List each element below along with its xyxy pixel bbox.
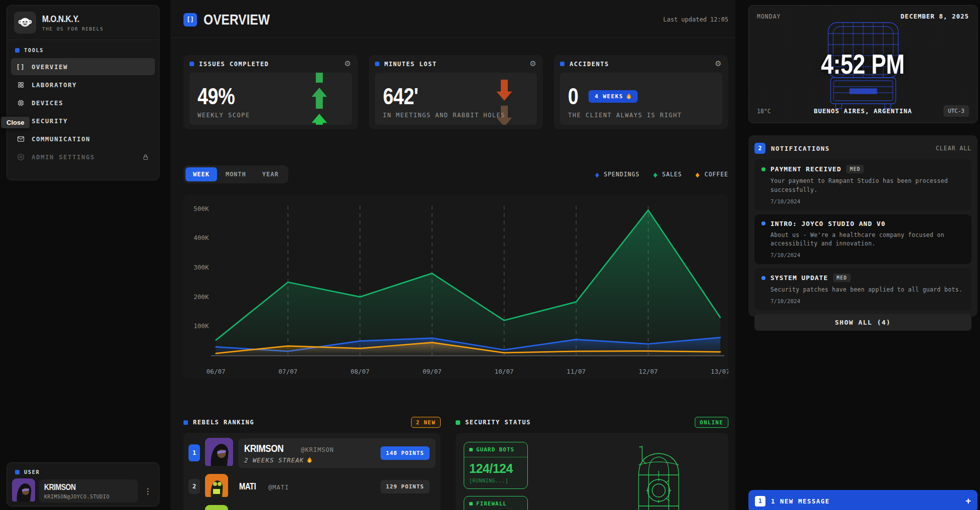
close-tooltip: Close bbox=[1, 117, 30, 128]
diamond-icon: ◆ bbox=[653, 171, 657, 178]
sidebar-item-label: COMMUNICATION bbox=[32, 135, 90, 143]
user-panel: USER KRIMSON KRIMSON@JOYCO.STUDIO ⋮ bbox=[7, 462, 159, 506]
kebab-menu-icon[interactable]: ⋮ bbox=[142, 486, 154, 496]
fire-icon bbox=[307, 457, 312, 463]
clock-date: DECEMBER 8, 2025 bbox=[901, 13, 969, 20]
rank-name: KRIMSON bbox=[244, 442, 283, 454]
ranking-title: REBELS RANKING bbox=[193, 419, 254, 426]
rank-number: 2 bbox=[188, 479, 200, 494]
priority-badge: MED bbox=[833, 274, 851, 282]
notification-desc: Your payment to Rampant Studio has been … bbox=[770, 177, 964, 195]
stat-card-minutes: MINUTES LOST ⚙ 642' IN MEETINGS AND RABB… bbox=[369, 55, 543, 129]
logo-text: M.O.N.K.Y. THE OS FOR REBELS bbox=[42, 14, 104, 32]
svg-text:100K: 100K bbox=[193, 322, 209, 330]
sidebar-item-communication[interactable]: COMMUNICATION bbox=[11, 130, 155, 147]
svg-text:09/07: 09/07 bbox=[423, 367, 442, 375]
rank-row-3[interactable]: 3 BEK 108 POINTS bbox=[188, 505, 436, 510]
diamond-icon: ◆ bbox=[595, 171, 599, 178]
tab-month[interactable]: MONTH bbox=[218, 167, 254, 181]
points-badge: 148 POINTS bbox=[380, 446, 430, 460]
guard-bots-label: GUARD BOTS bbox=[476, 446, 514, 453]
legend-spendings: ◆ SPENDINGS bbox=[595, 171, 640, 178]
user-section-label: USER bbox=[12, 467, 154, 475]
tab-week[interactable]: WEEK bbox=[185, 167, 217, 181]
stat-body: 49% WEEKLY SCOPE bbox=[189, 73, 352, 125]
sidebar-item-label: SECURITY bbox=[32, 117, 68, 125]
gear-icon[interactable]: ⚙ bbox=[715, 60, 722, 68]
envelope-icon bbox=[16, 134, 25, 143]
status-dot bbox=[469, 448, 473, 451]
chip-icon bbox=[16, 98, 25, 107]
plus-icon[interactable]: + bbox=[965, 495, 971, 506]
stat-caption: THE CLIENT ALWAYS IS RIGHT bbox=[568, 112, 714, 119]
notification-intro[interactable]: INTRO: JOYCO STUDIO AND V0 About us - We… bbox=[754, 214, 971, 265]
page-header: [] OVERVIEW Last updated 12:05 bbox=[183, 9, 728, 30]
rank-row-1[interactable]: 1 KRIMSON @KRIMSON bbox=[188, 438, 436, 468]
new-message-bar[interactable]: 1 1 NEW MESSAGE + bbox=[748, 490, 977, 510]
sidebar-item-security[interactable]: SECURITY bbox=[11, 112, 155, 129]
rank-streak: 2 WEEKS STREAK bbox=[244, 456, 334, 464]
brackets-icon: [] bbox=[16, 62, 25, 71]
avatar[interactable] bbox=[12, 478, 35, 503]
rank-row-2[interactable]: 2 MATI @MATI 129 POINTS bbox=[188, 474, 436, 499]
stat-body: 642' IN MEETINGS AND RABBIT HOLES bbox=[375, 73, 537, 125]
card-bullet bbox=[375, 62, 379, 66]
sidebar-item-label: OVERVIEW bbox=[32, 63, 68, 71]
guard-bots-value: 124/124 bbox=[469, 461, 522, 476]
stat-title: MINUTES LOST bbox=[384, 61, 437, 68]
clock-day: MONDAY bbox=[757, 13, 781, 20]
gear-icon[interactable]: ⚙ bbox=[344, 60, 352, 68]
points-badge: 129 POINTS bbox=[380, 480, 430, 493]
status-dot bbox=[761, 276, 765, 280]
svg-text:500K: 500K bbox=[193, 204, 209, 212]
page-title: OVERVIEW bbox=[204, 11, 270, 28]
section-bullet bbox=[15, 470, 20, 474]
card-bullet bbox=[560, 62, 564, 66]
online-badge: ONLINE bbox=[695, 417, 728, 428]
stat-value: 642' bbox=[383, 85, 503, 108]
priority-badge: MED bbox=[846, 165, 864, 173]
clear-all-button[interactable]: CLEAR ALL bbox=[936, 145, 971, 152]
status-dot bbox=[761, 167, 765, 171]
chart-canvas: 100K200K300K400K500K06/0707/0708/0709/07… bbox=[183, 194, 728, 379]
svg-text:12/07: 12/07 bbox=[639, 367, 658, 375]
tab-year[interactable]: YEAR bbox=[255, 167, 286, 181]
security-title: SECURITY STATUS bbox=[465, 419, 531, 426]
area-chart: 100K200K300K400K500K06/0707/0708/0709/07… bbox=[183, 194, 728, 379]
legend-sales: ◆ SALES bbox=[653, 171, 682, 178]
sidebar-item-admin-settings[interactable]: ADMIN SETTINGS bbox=[11, 148, 155, 165]
guard-bots-sub: [RUNNING...] bbox=[469, 478, 522, 483]
sidebar-item-devices[interactable]: DEVICES bbox=[11, 94, 155, 111]
user-card: KRIMSON KRIMSON@JOYCO.STUDIO bbox=[39, 479, 138, 502]
notification-system-update[interactable]: SYSTEM UPDATE MED Security patches have … bbox=[754, 268, 971, 310]
lock-icon bbox=[141, 152, 150, 161]
notification-count-badge: 2 bbox=[754, 143, 765, 154]
status-dot bbox=[469, 502, 473, 505]
stat-cards: ISSUES COMPLETED ⚙ 49% WEEKLY SCOPE MINU… bbox=[183, 55, 728, 129]
notification-date: 7/10/2024 bbox=[770, 252, 964, 259]
svg-text:13/07: 13/07 bbox=[711, 367, 728, 375]
guard-bot-wireframe bbox=[621, 441, 696, 510]
firewall-label: FIREWALL bbox=[476, 500, 507, 507]
notifications-panel: 2 NOTIFICATIONS CLEAR ALL PAYMENT RECEIV… bbox=[748, 135, 977, 317]
range-tabs: WEEK MONTH YEAR bbox=[183, 165, 288, 183]
sidebar-item-overview[interactable]: [] OVERVIEW bbox=[11, 58, 155, 75]
monkey-logo-icon bbox=[14, 12, 36, 34]
logo-row: M.O.N.K.Y. THE OS FOR REBELS bbox=[7, 6, 159, 40]
stat-value: 49% bbox=[198, 85, 317, 108]
app-title: M.O.N.K.Y. bbox=[42, 14, 79, 25]
sidebar-item-laboratory[interactable]: LABORATORY bbox=[11, 76, 155, 93]
clock-location: BUENOS AIRES, ARGENTINA bbox=[757, 107, 969, 115]
gear-icon[interactable]: ⚙ bbox=[529, 60, 537, 68]
user-email: KRIMSON@JOYCO.STUDIO bbox=[44, 494, 109, 499]
security-status-section: SECURITY STATUS ONLINE GUARD BOTS 124/12… bbox=[456, 415, 728, 510]
notification-payment[interactable]: PAYMENT RECEIVED MED Your payment to Ram… bbox=[754, 159, 971, 210]
chart-legend: ◆ SPENDINGS ◆ SALES ◆ COFFEE bbox=[595, 171, 728, 178]
header-divider bbox=[170, 38, 735, 38]
notification-desc: Security patches have been applied to al… bbox=[770, 286, 964, 295]
section-bullet bbox=[15, 48, 20, 53]
card-bullet bbox=[189, 62, 194, 66]
avatar bbox=[205, 474, 228, 499]
notification-date: 7/10/2024 bbox=[770, 298, 964, 305]
show-all-button[interactable]: SHOW ALL (4) bbox=[754, 314, 971, 331]
